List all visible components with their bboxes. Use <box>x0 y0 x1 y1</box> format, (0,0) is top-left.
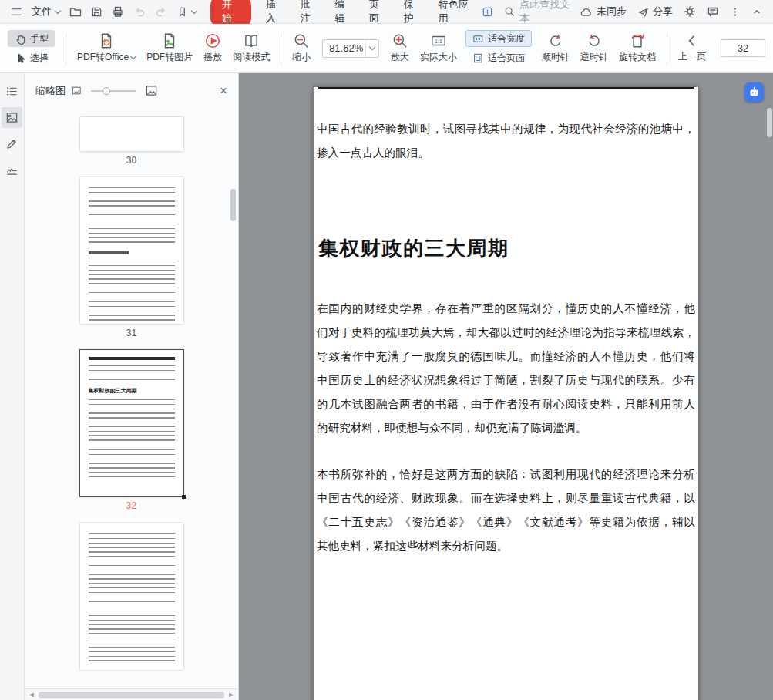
thumb-larger-icon[interactable] <box>145 84 158 97</box>
close-panel-icon[interactable]: × <box>220 84 227 97</box>
zoom-in-icon <box>392 32 408 49</box>
share-button[interactable]: 分享 <box>633 2 677 21</box>
thumbnail-list: 30 31 集权财政的三大周期 32 <box>25 108 238 688</box>
slider-knob[interactable] <box>103 87 110 95</box>
doc-text-line: 本书所弥补的，恰好是这两方面的缺陷：试图利用现代的经济理论来分析 <box>317 463 695 486</box>
zoom-level-select[interactable]: 81.62% <box>322 39 379 58</box>
fit-width-label: 适合宽度 <box>488 32 525 45</box>
doc-text-line: 其他史料，紧扣这些材料来分析问题。 <box>317 534 695 558</box>
thumbnail-heading: 集权财政的三大周期 <box>89 387 175 395</box>
play-icon <box>204 32 221 49</box>
rotate-clockwise-button[interactable]: 顺时针 <box>536 30 575 66</box>
pdf-to-image-button[interactable]: PDF转图片 <box>141 30 198 66</box>
doc-text-line: 中国古代的经验教训时，试图寻找其中的规律，为现代社会经济的池塘中， <box>317 117 695 141</box>
thumbnail-size-slider[interactable] <box>91 90 136 92</box>
zoom-in-button[interactable]: 放大 <box>385 30 415 66</box>
hand-icon <box>15 33 26 45</box>
share-label: 分享 <box>653 5 673 19</box>
quick-access-button[interactable] <box>172 4 201 20</box>
pdf-to-office-label: PDF转Office <box>77 51 129 64</box>
thumbnail-label-current: 32 <box>126 500 136 511</box>
doc-text-line: 《二十五史志》《资治通鉴》《通典》《文献通考》等史籍为依据，辅以 <box>317 510 695 534</box>
cloud-sync-icon <box>580 6 593 18</box>
zoom-out-icon <box>293 32 310 49</box>
page-number-input[interactable] <box>721 39 765 57</box>
sync-status[interactable]: 未同步 <box>575 2 631 21</box>
more-vertical-icon <box>730 6 741 18</box>
chevron-down-icon <box>369 44 375 50</box>
thumbnail-panel-button[interactable] <box>2 107 22 128</box>
pdf-to-office-button[interactable]: PDF转Office <box>72 30 141 66</box>
thumbnail-page-33[interactable] <box>80 523 183 670</box>
open-button[interactable] <box>65 3 86 20</box>
share-icon <box>637 6 649 18</box>
search-placeholder: 点此查找文本 <box>519 0 570 25</box>
apps-badge-icon[interactable] <box>482 6 493 18</box>
prev-page-button[interactable]: 上一页 <box>673 31 711 66</box>
doc-text-line: 的研究材料，即便想与众不同，却仍充满了陈词滥调。 <box>317 416 695 440</box>
zoom-dropdown-button[interactable] <box>365 40 378 57</box>
comments-button[interactable] <box>702 3 724 20</box>
horizontal-scrollbar-handle[interactable] <box>39 692 224 698</box>
panel-horizontal-scrollbar: ◄ ► <box>25 688 238 700</box>
annotate-panel-button[interactable] <box>2 133 22 154</box>
hand-tool-label: 手型 <box>30 32 49 45</box>
gear-icon <box>684 5 696 18</box>
signature-panel-button[interactable] <box>2 160 22 180</box>
settings-button[interactable] <box>679 3 701 20</box>
file-menu[interactable]: 文件 <box>27 2 65 21</box>
outline-icon <box>5 85 18 98</box>
rotate-ccw-icon <box>586 32 603 49</box>
rotate-ccw-label: 逆时针 <box>580 51 608 64</box>
print-button[interactable] <box>107 3 129 20</box>
actual-size-button[interactable]: 1:1 实际大小 <box>415 30 462 66</box>
outline-panel-button[interactable] <box>2 81 22 102</box>
fit-width-button[interactable]: 适合宽度 <box>465 30 532 47</box>
main-menu-button[interactable] <box>6 4 27 20</box>
pdf-to-image-icon <box>161 32 178 49</box>
prev-page-label: 上一页 <box>678 50 706 63</box>
collapse-ribbon-button[interactable] <box>747 4 767 19</box>
thumbnail-label: 31 <box>126 328 136 338</box>
hamburger-icon <box>11 6 22 18</box>
fit-width-icon <box>472 33 484 45</box>
zoom-level-value: 81.62% <box>323 42 365 54</box>
thumbnail-page-31[interactable] <box>80 177 183 324</box>
zoom-out-button[interactable]: 缩小 <box>287 30 316 66</box>
scroll-right-arrow[interactable]: ► <box>227 692 236 698</box>
doc-text-line: 中国历史上的经济状况想象得过于简陋，割裂了历史与现代的联系。少有 <box>317 369 695 392</box>
undo-button[interactable] <box>129 3 150 20</box>
doc-text-line: 掺入一点古人的眼泪。 <box>317 141 695 165</box>
thumb-smaller-icon[interactable] <box>72 86 82 96</box>
chapter-header-rule <box>318 87 694 89</box>
pdf-page: 中国古代的经验教训时，试图寻找其中的规律，为现代社会经济的池塘中， 掺入一点古人… <box>314 87 698 700</box>
chevron-down-icon <box>55 7 61 13</box>
more-button[interactable] <box>725 4 745 20</box>
scroll-left-arrow[interactable]: ◄ <box>27 692 36 698</box>
folder-open-icon <box>69 5 82 18</box>
rotate-document-button[interactable]: 旋转文档 <box>613 30 661 66</box>
cursor-icon <box>15 52 26 64</box>
book-icon <box>243 32 260 49</box>
save-button[interactable] <box>86 4 107 20</box>
read-mode-button[interactable]: 阅读模式 <box>227 30 275 66</box>
thumbnail-page-32-selected[interactable]: 集权财政的三大周期 <box>80 350 183 496</box>
comment-icon <box>707 5 719 18</box>
main-scrollbar-handle[interactable] <box>767 108 772 137</box>
ai-assistant-button[interactable] <box>744 82 764 102</box>
thumbnail-panel: 缩略图 × 30 31 <box>25 73 239 700</box>
thumbnail-page-30[interactable] <box>80 117 183 151</box>
hand-tool-button[interactable]: 手型 <box>8 30 55 47</box>
fit-page-label: 适合页面 <box>488 52 525 65</box>
fit-page-icon <box>472 52 484 64</box>
redo-button[interactable] <box>150 3 172 20</box>
bookmark-icon <box>176 6 188 18</box>
panel-scrollbar-handle[interactable] <box>230 189 236 221</box>
fit-page-button[interactable]: 适合页面 <box>465 49 532 66</box>
one-to-one-icon: 1:1 <box>430 32 447 49</box>
thumbnail-panel-title: 缩略图 <box>35 84 66 98</box>
play-button[interactable]: 播放 <box>198 30 227 66</box>
select-tool-button[interactable]: 选择 <box>8 49 55 66</box>
pen-icon <box>5 137 18 150</box>
rotate-counterclockwise-button[interactable]: 逆时针 <box>575 30 613 66</box>
